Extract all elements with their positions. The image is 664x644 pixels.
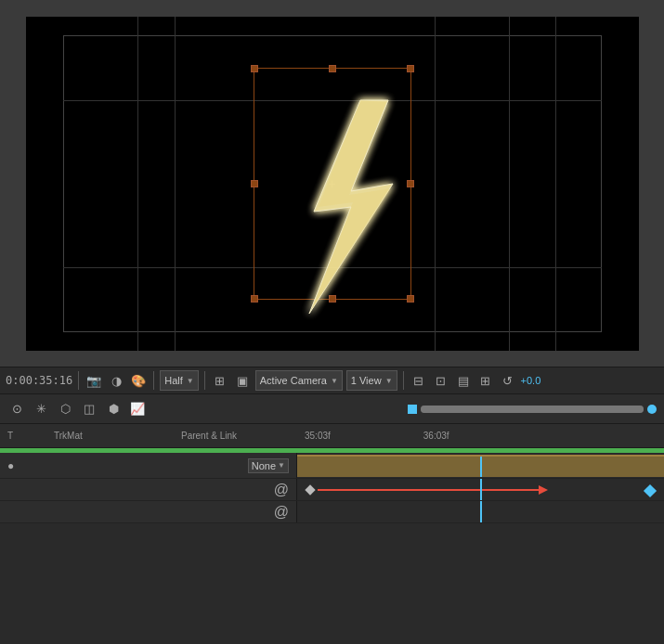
comp-options-icon[interactable]: ⊟: [410, 371, 428, 390]
quality-label: Half: [164, 375, 183, 386]
sep-1: [78, 371, 79, 390]
overlay-icon[interactable]: ▣: [233, 371, 252, 390]
track-label-2: @: [0, 479, 297, 500]
preview-area: +: [0, 0, 664, 367]
playhead-in-layer: [480, 457, 482, 477]
handle-top-mid[interactable]: [329, 65, 336, 72]
track-content-3: [297, 501, 664, 522]
canvas-viewport: +: [26, 17, 639, 351]
view-dropdown[interactable]: 1 View ▼: [346, 370, 397, 391]
track-row-3: @: [0, 501, 664, 523]
track-row-2: @: [0, 479, 664, 501]
playhead-row2: [480, 479, 482, 500]
guide-line-4: [509, 17, 510, 351]
lightning-bolt: [258, 91, 425, 323]
snapshot-icon[interactable]: 📷: [85, 371, 103, 390]
layer3d-icon[interactable]: ◫: [80, 400, 98, 419]
parent-none-label: None: [252, 460, 276, 471]
region-icon[interactable]: ⊡: [432, 371, 450, 390]
time-marker-1: 35:03f: [305, 431, 331, 441]
track-content-1: [297, 453, 664, 478]
sep-2: [153, 371, 154, 390]
col-T: T: [7, 431, 35, 441]
guide-line-3: [435, 17, 436, 351]
handle-mid-left[interactable]: [251, 180, 258, 187]
track-row-1: ● None ▼: [0, 453, 664, 479]
camera-arrow: ▼: [331, 377, 338, 385]
track-content-2: [297, 479, 664, 500]
scroll-left-handle[interactable]: [408, 405, 417, 414]
camera-label: Active Camera: [260, 375, 327, 386]
layer-panel-header: T TrkMat Parent & Link: [0, 424, 297, 448]
keyframe-start[interactable]: [305, 484, 315, 495]
handle-top-right[interactable]: [407, 65, 414, 72]
parent-arrow: ▼: [278, 461, 285, 470]
guide-line-1: [137, 17, 138, 351]
view-label: 1 View: [351, 375, 382, 386]
scroll-track[interactable]: [421, 406, 644, 413]
sep-3: [204, 371, 205, 390]
quality-arrow: ▼: [187, 377, 194, 385]
show-channel-icon[interactable]: ◑: [107, 371, 125, 390]
timeline-toolbar: ⊙ ✳ ⬡ ◫ ⬢ 📈: [0, 394, 664, 424]
graph-icon[interactable]: 📈: [128, 400, 147, 419]
motion-arrow: [318, 489, 540, 491]
parent-dropdown[interactable]: None ▼: [248, 458, 289, 473]
timecode-display[interactable]: 0:00:35:16: [6, 374, 72, 387]
reset-icon[interactable]: ↺: [499, 371, 517, 390]
offset-display: +0.0: [521, 375, 541, 386]
timeline-area: ⊙ ✳ ⬡ ◫ ⬢ 📈 T TrkMat Parent & Link: [0, 394, 664, 644]
viewer-toolbar: 0:00:35:16 📷 ◑ 🎨 Half ▼ ⊞ ▣ Active Camer…: [0, 367, 664, 394]
rulers-icon[interactable]: ⊞: [476, 371, 495, 390]
handle-top-left[interactable]: [251, 65, 258, 72]
handle-bottom-left[interactable]: [251, 295, 258, 303]
arrow-head: [539, 485, 548, 495]
timeline-header-track: 35:03f 36:03f: [297, 424, 664, 448]
spiral-icon-1[interactable]: @: [274, 482, 289, 498]
guide-line-2: [175, 17, 176, 351]
spiral-icon-2[interactable]: @: [274, 504, 289, 521]
keyframe-end-blue[interactable]: [644, 484, 657, 497]
quality-dropdown[interactable]: Half ▼: [160, 370, 198, 391]
track-label-3: @: [0, 501, 297, 522]
playhead-row3: [480, 501, 482, 522]
timeline-header-row: T TrkMat Parent & Link 35:03f 36:03f: [0, 424, 664, 448]
scroll-right-handle[interactable]: [647, 405, 657, 414]
grid-icon[interactable]: ⊞: [211, 371, 229, 390]
mask-icon[interactable]: ⬢: [104, 400, 123, 419]
col-trkmat: TrkMat: [54, 431, 163, 441]
view-arrow: ▼: [385, 377, 393, 385]
color-icon[interactable]: 🎨: [129, 371, 148, 390]
track-label-1: ● None ▼: [0, 453, 297, 478]
layer-bar-1[interactable]: [297, 455, 664, 477]
starburst-icon[interactable]: ✳: [32, 400, 50, 419]
time-marker-2: 36:03f: [423, 431, 449, 441]
sep-4: [403, 371, 404, 390]
col-parent: Parent & Link: [181, 431, 290, 441]
camera-dropdown[interactable]: Active Camera ▼: [255, 370, 343, 391]
guide-line-5: [555, 17, 556, 351]
cube-icon[interactable]: ⬡: [56, 400, 74, 419]
solo-icon[interactable]: ⊙: [7, 400, 26, 419]
transparency-icon[interactable]: ▤: [454, 371, 473, 390]
layer-mode-icon[interactable]: ●: [7, 459, 14, 472]
